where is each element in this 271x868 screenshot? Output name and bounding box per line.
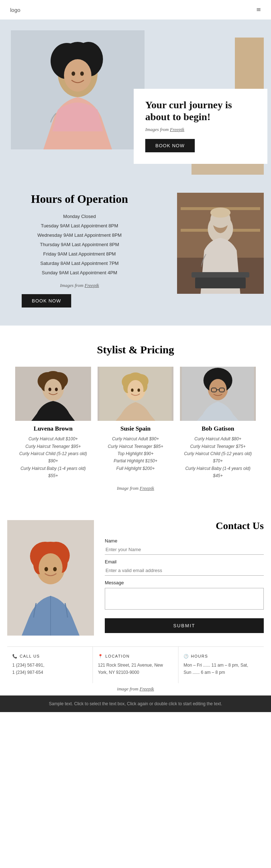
svg-point-7 <box>64 59 91 92</box>
phone-icon: 📞 <box>12 654 18 659</box>
clock-icon: 🕐 <box>184 654 189 659</box>
hours-sunday: Sunday 9AM Last Appointment 4PM <box>22 268 137 278</box>
svg-rect-18 <box>192 272 249 278</box>
info-location: 📍 LOCATION 121 Rock Street, 21 Avenue, N… <box>93 647 178 684</box>
hours-thursday: Thursday 9AM Last Appointment 8PM <box>22 240 137 249</box>
location-text: 121 Rock Street, 21 Avenue, New York, NY… <box>98 662 173 676</box>
hours-list: Monday Closed Tuesday 9AM Last Appointme… <box>22 212 137 278</box>
stylist-pricing-2: Curly Haircut Adult $80+ Curly Haircut T… <box>180 435 256 479</box>
info-call: 📞 CALL US 1 (234) 567-891, 1 (234) 987-6… <box>7 647 93 684</box>
info-footer: 📞 CALL US 1 (234) 567-891, 1 (234) 987-6… <box>7 646 264 684</box>
svg-point-56 <box>44 567 48 571</box>
submit-button[interactable]: SUBMIT <box>105 618 264 633</box>
stylist-pricing-1: Curly Haircut Adult $90+ Curly Haircut T… <box>98 435 173 472</box>
stylist-cards: Luvena Brown Curly Haircut Adult $100+ C… <box>11 367 260 479</box>
stylist-svg-1 <box>99 367 172 421</box>
stylist-svg-2 <box>182 367 254 421</box>
hours-monday: Monday Closed <box>22 212 137 221</box>
stylist-name-1: Susie Spain <box>98 425 173 432</box>
call-text: 1 (234) 567-891, 1 (234) 987-654 <box>12 662 87 676</box>
stylist-photo-1 <box>98 367 173 421</box>
email-input[interactable] <box>105 566 264 576</box>
svg-point-8 <box>72 71 75 76</box>
contact-section: Contact Us Name Email Message SUBMIT <box>0 502 271 643</box>
contact-photo <box>7 520 94 636</box>
contact-heading: Contact Us <box>105 520 264 532</box>
hero-text-box: Your curl journey is about to begin! Ima… <box>134 89 267 164</box>
hero-heading: Your curl journey is about to begin! <box>145 99 256 123</box>
svg-point-39 <box>138 389 140 392</box>
stylist-pricing-0: Curly Haircut Adult $100+ Curly Haircut … <box>15 435 91 479</box>
hours-wednesday: Wednesday 9AM Last Appointment 8PM <box>22 231 137 240</box>
stylist-card-1: Susie Spain Curly Haircut Adult $90+ Cur… <box>98 367 173 479</box>
svg-rect-19 <box>195 278 246 288</box>
svg-point-38 <box>131 389 134 392</box>
svg-point-43 <box>209 379 227 399</box>
message-textarea[interactable] <box>105 588 264 610</box>
hero-person-svg <box>11 30 145 149</box>
name-label: Name <box>105 538 264 544</box>
hero-freepik-note: Images from Freepik <box>145 127 256 132</box>
info-freepik-note: image from Freepik <box>0 683 271 695</box>
bottom-bar: Sample text. Click to select the text bo… <box>0 695 271 712</box>
info-hours-title: 🕐 HOURS <box>184 654 259 659</box>
stylist-freepik-link[interactable]: Freepik <box>140 485 154 491</box>
email-field-group: Email <box>105 559 264 576</box>
email-label: Email <box>105 559 264 564</box>
hours-barber-image <box>177 193 264 294</box>
location-title: 📍 LOCATION <box>98 654 173 659</box>
stylist-name-0: Luvena Brown <box>15 425 91 432</box>
call-title: 📞 CALL US <box>12 654 87 659</box>
stylist-section: Stylist & Pricing <box>0 326 271 502</box>
svg-point-28 <box>48 388 51 391</box>
hours-heading: Hours of Operation <box>22 193 137 205</box>
svg-point-37 <box>128 380 143 400</box>
info-hours-text: Mon – Fri ...... 11 am – 8 pm, Sat, Sun … <box>184 662 259 676</box>
svg-point-27 <box>44 379 62 399</box>
hours-saturday: Saturday 8AM Last Appointment 7PM <box>22 259 137 268</box>
info-hours: 🕐 HOURS Mon – Fri ...... 11 am – 8 pm, S… <box>178 647 264 684</box>
hours-right <box>148 193 271 294</box>
svg-point-55 <box>39 553 63 582</box>
site-header: logo ≡ <box>0 0 271 19</box>
contact-form: Contact Us Name Email Message SUBMIT <box>105 520 264 633</box>
svg-point-17 <box>210 208 231 218</box>
stylist-name-2: Bob Gatison <box>180 425 256 432</box>
hours-book-btn[interactable]: BOOK NOW <box>22 294 71 307</box>
hamburger-menu[interactable]: ≡ <box>257 5 261 14</box>
name-input[interactable] <box>105 545 264 555</box>
svg-point-9 <box>80 71 84 76</box>
hours-freepik-note: Images from Freepik <box>22 283 137 288</box>
hero-freepik-link[interactable]: Freepik <box>170 127 184 132</box>
stylist-freepik-note: Image from Freepik <box>11 485 260 491</box>
stylist-card-2: Bob Gatison Curly Haircut Adult $80+ Cur… <box>180 367 256 479</box>
hours-tuesday: Tuesday 9AM Last Appointment 8PM <box>22 221 137 231</box>
hours-section: Hours of Operation Monday Closed Tuesday… <box>0 175 271 326</box>
contact-person-svg <box>7 520 94 636</box>
hours-freepik-link[interactable]: Freepik <box>85 283 99 288</box>
barber-svg <box>177 193 264 294</box>
hero-book-btn[interactable]: BOOK NOW <box>145 139 195 152</box>
stylist-heading: Stylist & Pricing <box>11 344 260 356</box>
svg-point-57 <box>53 567 57 571</box>
name-field-group: Name <box>105 538 264 555</box>
message-label: Message <box>105 580 264 585</box>
bottom-bar-text: Sample text. Click to select the text bo… <box>49 701 222 706</box>
info-freepik-link[interactable]: Freepik <box>139 686 154 692</box>
message-field-group: Message <box>105 580 264 611</box>
stylist-photo-2 <box>180 367 256 421</box>
hero-section: Your curl journey is about to begin! Ima… <box>0 19 271 175</box>
hours-left: Hours of Operation Monday Closed Tuesday… <box>0 193 148 307</box>
svg-point-29 <box>55 388 58 391</box>
stylist-card-0: Luvena Brown Curly Haircut Adult $100+ C… <box>15 367 91 479</box>
logo: logo <box>10 7 20 13</box>
hero-image <box>11 30 145 149</box>
stylist-photo-0 <box>15 367 91 421</box>
hours-friday: Friday 9AM Last Appointment 8PM <box>22 249 137 259</box>
location-icon: 📍 <box>98 654 104 659</box>
stylist-svg-0 <box>17 367 89 421</box>
